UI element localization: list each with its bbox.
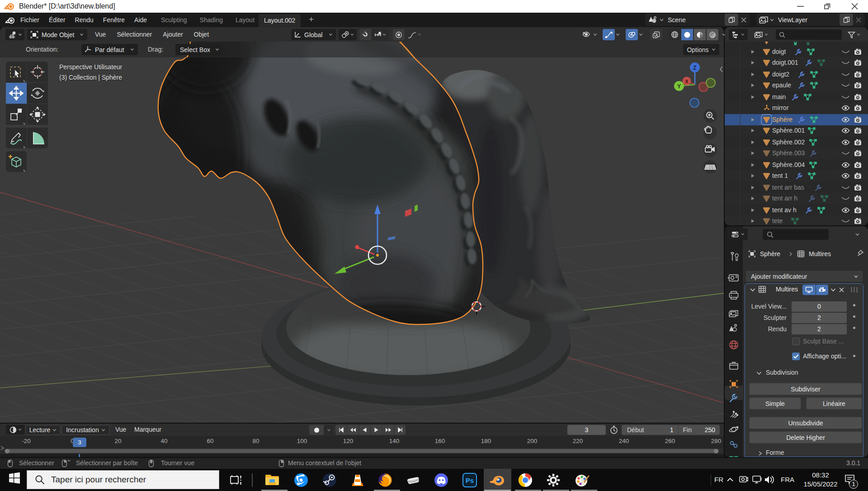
svg-text:Ps: Ps	[466, 477, 474, 484]
svg-text:X: X	[685, 79, 689, 84]
svg-text:Z: Z	[693, 65, 696, 71]
svg-text:Y: Y	[677, 83, 681, 90]
